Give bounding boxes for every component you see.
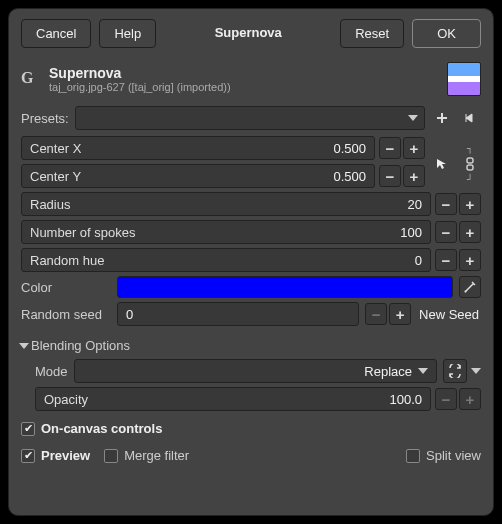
center-y-label: Center Y [30, 169, 81, 184]
spokes-minus-button[interactable]: − [435, 221, 457, 243]
new-seed-button[interactable]: New Seed [417, 307, 481, 322]
split-view-label: Split view [426, 448, 481, 463]
center-y-plus-button[interactable]: + [403, 165, 425, 187]
preview-group: Preview [21, 448, 90, 463]
opacity-plus-button[interactable]: + [459, 388, 481, 410]
center-x-label: Center X [30, 141, 81, 156]
seed-plus-button[interactable]: + [389, 303, 411, 325]
image-name: taj_orig.jpg-627 ([taj_orig] (imported)) [49, 81, 231, 93]
ok-button[interactable]: OK [412, 19, 481, 48]
expander-icon [19, 343, 29, 349]
spokes-plus-button[interactable]: + [459, 221, 481, 243]
blend-mode-dropdown[interactable]: Replace [74, 359, 437, 383]
link-bottom-icon: ┘ [467, 175, 473, 184]
image-thumbnail[interactable] [447, 62, 481, 96]
random-seed-row: Random seed 0 − + New Seed [21, 302, 481, 326]
blend-mode-label: Mode [35, 364, 68, 379]
random-hue-plus-button[interactable]: + [459, 249, 481, 271]
bottom-row: Preview Merge filter Split view [21, 442, 481, 469]
merge-filter-group: Merge filter [104, 448, 189, 463]
center-y-field[interactable]: Center Y 0.500 [21, 164, 375, 188]
svg-point-2 [465, 291, 467, 293]
spokes-label: Number of spokes [30, 225, 136, 240]
opacity-minus-button[interactable]: − [435, 388, 457, 410]
on-canvas-row: On-canvas controls [21, 421, 481, 436]
merge-filter-checkbox[interactable] [104, 449, 118, 463]
preset-menu-button[interactable] [459, 107, 481, 129]
random-hue-label: Random hue [30, 253, 104, 268]
merge-filter-label: Merge filter [124, 448, 189, 463]
center-y-row: Center Y 0.500 − + [21, 164, 425, 188]
blending-options-label: Blending Options [31, 338, 130, 353]
color-picker-button[interactable] [459, 276, 481, 298]
color-row: Color [21, 276, 481, 298]
color-label: Color [21, 280, 111, 295]
on-canvas-label: On-canvas controls [41, 421, 162, 436]
svg-rect-0 [467, 158, 473, 163]
center-y-stepper: − + [379, 165, 425, 187]
opacity-value: 100.0 [389, 392, 422, 407]
link-column: ┐ ┘ [459, 136, 481, 192]
opacity-label: Opacity [44, 392, 88, 407]
presets-row: Presets: [21, 106, 481, 130]
filter-name: Supernova [49, 65, 231, 81]
help-button[interactable]: Help [99, 19, 156, 48]
seed-minus-button[interactable]: − [365, 303, 387, 325]
radius-field[interactable]: Radius 20 [21, 192, 431, 216]
presets-dropdown[interactable] [75, 106, 425, 130]
center-x-field[interactable]: Center X 0.500 [21, 136, 375, 160]
random-hue-field[interactable]: Random hue 0 [21, 248, 431, 272]
random-hue-stepper: − + [435, 249, 481, 271]
opacity-field[interactable]: Opacity 100.0 [35, 387, 431, 411]
chain-link-button[interactable] [464, 157, 476, 171]
random-hue-minus-button[interactable]: − [435, 249, 457, 271]
split-view-checkbox[interactable] [406, 449, 420, 463]
random-seed-field[interactable]: 0 [117, 302, 359, 326]
random-hue-row: Random hue 0 − + [21, 248, 481, 272]
radius-label: Radius [30, 197, 70, 212]
preview-label: Preview [41, 448, 90, 463]
center-x-stepper: − + [379, 137, 425, 159]
center-y-minus-button[interactable]: − [379, 165, 401, 187]
reset-button[interactable]: Reset [340, 19, 404, 48]
chevron-down-icon [418, 368, 428, 374]
presets-label: Presets: [21, 111, 69, 126]
app-logo-icon: G [21, 69, 41, 89]
center-x-minus-button[interactable]: − [379, 137, 401, 159]
spokes-row: Number of spokes 100 − + [21, 220, 481, 244]
center-x-value: 0.500 [333, 141, 366, 156]
spokes-stepper: − + [435, 221, 481, 243]
dialog-button-bar: Cancel Help Supernova Reset OK [21, 19, 481, 48]
chevron-down-icon[interactable] [471, 368, 481, 374]
radius-plus-button[interactable]: + [459, 193, 481, 215]
opacity-stepper: − + [435, 388, 481, 410]
mode-switch-button[interactable] [443, 359, 467, 383]
spokes-field[interactable]: Number of spokes 100 [21, 220, 431, 244]
color-swatch[interactable] [117, 276, 453, 298]
radius-minus-button[interactable]: − [435, 193, 457, 215]
radius-row: Radius 20 − + [21, 192, 481, 216]
dialog-title: Supernova [164, 19, 332, 48]
link-top-icon: ┐ [467, 144, 473, 153]
random-hue-value: 0 [415, 253, 422, 268]
opacity-row: Opacity 100.0 − + [35, 387, 481, 411]
spokes-value: 100 [400, 225, 422, 240]
random-seed-stepper: − + [365, 303, 411, 325]
center-x-row: Center X 0.500 − + [21, 136, 425, 160]
radius-stepper: − + [435, 193, 481, 215]
split-view-group: Split view [406, 448, 481, 463]
cancel-button[interactable]: Cancel [21, 19, 91, 48]
filter-dialog: Cancel Help Supernova Reset OK G Superno… [8, 8, 494, 516]
center-x-plus-button[interactable]: + [403, 137, 425, 159]
pick-point-button[interactable] [435, 157, 449, 171]
center-y-value: 0.500 [333, 169, 366, 184]
dialog-header: G Supernova taj_orig.jpg-627 ([taj_orig]… [21, 62, 481, 96]
parameter-block: Center X 0.500 − + Center Y 0.500 − [21, 136, 481, 272]
preview-checkbox[interactable] [21, 449, 35, 463]
blend-mode-row: Mode Replace [35, 359, 481, 383]
on-canvas-checkbox[interactable] [21, 422, 35, 436]
random-seed-label: Random seed [21, 307, 111, 322]
svg-rect-1 [467, 165, 473, 170]
add-preset-button[interactable] [431, 107, 453, 129]
blending-options-header[interactable]: Blending Options [21, 338, 481, 353]
